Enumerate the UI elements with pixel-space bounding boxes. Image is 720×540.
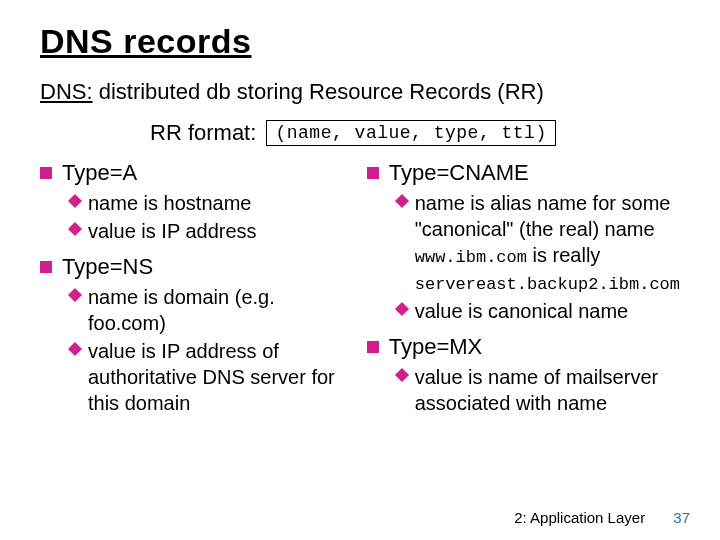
square-bullet-icon (367, 167, 379, 179)
type-mx-list: value is name of mailserver associated w… (397, 364, 680, 416)
list-item-text: name is alias name for some "canonical" … (415, 192, 680, 293)
type-mx-heading-text: Type=MX (389, 334, 483, 359)
type-ns-list: name is domain (e.g. foo.com) value is I… (70, 284, 349, 416)
type-ns-section: Type=NS name is domain (e.g. foo.com) va… (40, 254, 349, 416)
code-text: www.ibm.com (415, 248, 527, 267)
diamond-bullet-icon (68, 288, 82, 302)
left-column: Type=A name is hostname value is IP addr… (40, 160, 349, 426)
slide-footer: 2: Application Layer 37 (514, 509, 690, 526)
type-cname-heading: Type=CNAME (367, 160, 680, 186)
list-item-text: value is canonical name (415, 300, 628, 322)
list-item: value is IP address of authoritative DNS… (70, 338, 349, 416)
list-item: value is name of mailserver associated w… (397, 364, 680, 416)
list-item: value is IP address (70, 218, 349, 244)
list-item: name is hostname (70, 190, 349, 216)
type-a-heading: Type=A (40, 160, 349, 186)
square-bullet-icon (40, 167, 52, 179)
diamond-bullet-icon (68, 222, 82, 236)
type-cname-list: name is alias name for some "canonical" … (397, 190, 680, 324)
columns: Type=A name is hostname value is IP addr… (40, 160, 680, 426)
square-bullet-icon (40, 261, 52, 273)
list-item-text: name is hostname (88, 192, 251, 214)
list-item-text: value is name of mailserver associated w… (415, 366, 658, 414)
type-mx-section: Type=MX value is name of mailserver asso… (367, 334, 680, 416)
type-a-section: Type=A name is hostname value is IP addr… (40, 160, 349, 244)
type-cname-section: Type=CNAME name is alias name for some "… (367, 160, 680, 324)
type-a-heading-text: Type=A (62, 160, 137, 185)
rr-format-box: RR format: (name, value, type, ttl) (150, 119, 556, 146)
list-item-text: name is domain (e.g. foo.com) (88, 286, 275, 334)
list-item: name is alias name for some "canonical" … (397, 190, 680, 296)
list-item: value is canonical name (397, 298, 680, 324)
type-ns-heading-text: Type=NS (62, 254, 153, 279)
list-item: name is domain (e.g. foo.com) (70, 284, 349, 336)
slide-subtitle: DNS: distributed db storing Resource Rec… (40, 79, 680, 105)
rr-format-tuple: (name, value, type, ttl) (266, 120, 555, 146)
subtitle-underlined: DNS: (40, 79, 93, 104)
type-cname-heading-text: Type=CNAME (389, 160, 529, 185)
text: is really (527, 244, 600, 266)
diamond-bullet-icon (395, 302, 409, 316)
square-bullet-icon (367, 341, 379, 353)
text: name is alias name for some "canonical" … (415, 192, 671, 240)
diamond-bullet-icon (395, 194, 409, 208)
diamond-bullet-icon (395, 368, 409, 382)
list-item-text: value is IP address (88, 220, 257, 242)
diamond-bullet-icon (68, 342, 82, 356)
list-item-text: value is IP address of authoritative DNS… (88, 340, 335, 414)
code-text: servereast.backup2.ibm.com (415, 275, 680, 294)
type-ns-heading: Type=NS (40, 254, 349, 280)
type-mx-heading: Type=MX (367, 334, 680, 360)
rr-format-label: RR format: (150, 120, 262, 145)
type-a-list: name is hostname value is IP address (70, 190, 349, 244)
footer-label: 2: Application Layer (514, 509, 645, 526)
subtitle-rest: distributed db storing Resource Records … (93, 79, 544, 104)
diamond-bullet-icon (68, 194, 82, 208)
page-number: 37 (673, 509, 690, 526)
right-column: Type=CNAME name is alias name for some "… (367, 160, 680, 426)
slide-title: DNS records (40, 22, 680, 61)
